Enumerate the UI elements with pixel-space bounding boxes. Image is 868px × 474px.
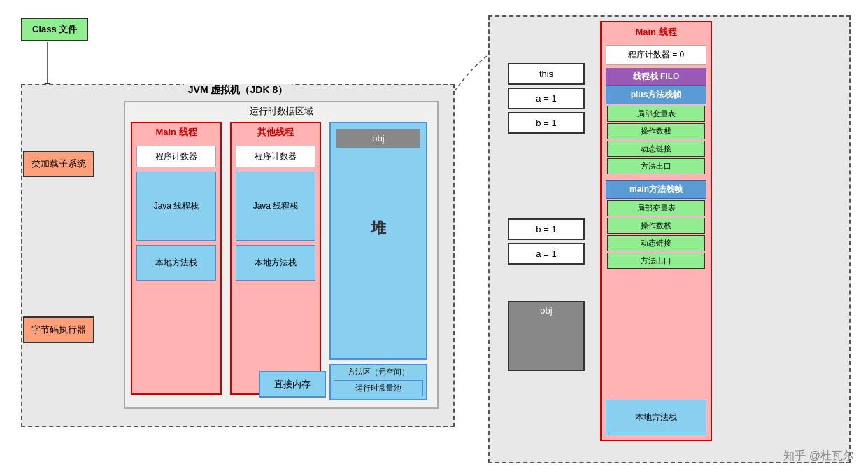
native-stack-right: 本地方法栈 <box>606 400 706 435</box>
main-program-counter: 程序计数器 <box>136 146 216 167</box>
runtime-title: 运行时数据区域 <box>125 102 437 120</box>
watermark: 知乎 @杜瓦尔 <box>783 449 854 463</box>
jvm-outer-box: JVM 虚拟机（JDK 8） 运行时数据区域 Main 线程 程序计数器 Jav… <box>21 84 455 427</box>
filo-section: 线程栈 FILO <box>606 68 706 85</box>
other-thread-block: 其他线程 程序计数器 Java 线程栈 本地方法栈 <box>230 122 321 395</box>
lv-a1-2: a = 1 <box>508 243 585 265</box>
method-area-block: 方法区（元空间） 运行时常量池 <box>329 364 427 400</box>
jvm-title: JVM 虚拟机（JDK 8） <box>184 84 292 97</box>
main-thread-right: Main 线程 程序计数器 = 0 线程栈 FILO plus方法栈帧 局部变量… <box>600 21 712 441</box>
lv-group-1: this a = 1 b = 1 <box>508 63 585 137</box>
method-area-label: 方法区（元空间） <box>331 365 426 379</box>
class-subsystem: 类加载子系统 <box>23 151 94 177</box>
main-java-stack: Java 线程栈 <box>136 172 216 241</box>
main-operand-stack: 操作数栈 <box>607 218 705 234</box>
main-native-stack: 本地方法栈 <box>136 245 216 281</box>
plus-method-exit: 方法出口 <box>607 158 705 174</box>
main-thread-block: Main 线程 程序计数器 Java 线程栈 本地方法栈 <box>131 122 222 395</box>
other-java-stack: Java 线程栈 <box>236 172 315 241</box>
heap-label: 堆 <box>331 218 426 239</box>
other-program-counter: 程序计数器 <box>236 146 315 167</box>
main-dynamic-link: 动态链接 <box>607 235 705 251</box>
other-native-stack: 本地方法栈 <box>236 245 315 281</box>
lv-group-2: b = 1 a = 1 <box>508 218 585 267</box>
plus-operand-stack: 操作数栈 <box>607 123 705 139</box>
main-thread-right-title: Main 线程 <box>602 22 711 42</box>
main-frame-label: main方法栈帧 <box>606 180 706 199</box>
lv-b1: b = 1 <box>508 112 585 134</box>
plus-local-var: 局部变量表 <box>607 106 705 122</box>
runtime-pool-box: 运行时常量池 <box>334 380 423 396</box>
heap-obj: obj <box>336 129 420 148</box>
lv-this: this <box>508 63 585 85</box>
lv-a1: a = 1 <box>508 88 585 109</box>
main-thread-title: Main 线程 <box>132 123 220 141</box>
runtime-area: 运行时数据区域 Main 线程 程序计数器 Java 线程栈 本地方法栈 其他线… <box>124 101 439 409</box>
plus-frame-label: plus方法栈帧 <box>606 85 706 104</box>
bytecode-executor: 字节码执行器 <box>23 316 94 343</box>
direct-memory: 直接内存 <box>259 371 326 398</box>
heap-block: obj 堆 <box>329 122 427 360</box>
other-thread-title: 其他线程 <box>232 123 320 141</box>
program-counter-right: 程序计数器 = 0 <box>606 45 706 65</box>
main-local-var: 局部变量表 <box>607 200 705 216</box>
lv-obj-box: obj <box>508 301 585 371</box>
class-file-box: Class 文件 <box>21 18 88 41</box>
lv-obj-label: obj <box>509 302 583 319</box>
lv-b1-2: b = 1 <box>508 218 585 240</box>
plus-dynamic-link: 动态链接 <box>607 141 705 157</box>
main-method-exit: 方法出口 <box>607 253 705 269</box>
